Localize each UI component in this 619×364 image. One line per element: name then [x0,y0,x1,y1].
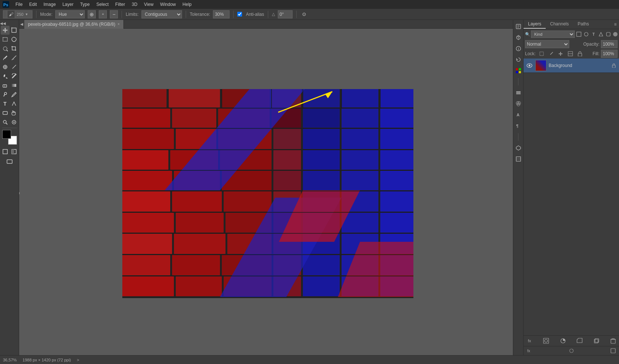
edit-quick-mask[interactable] [10,147,18,156]
quick-select-tool[interactable] [1,44,10,53]
lasso-tool[interactable] [10,35,18,44]
add-mask-button[interactable] [542,337,550,344]
adjustment-filter-icon[interactable] [583,31,590,38]
fill-input[interactable] [601,50,618,58]
canvas-container[interactable] [19,29,513,355]
toolbox-collapse[interactable]: ◀◀ [0,21,4,25]
pen-tool[interactable] [10,90,18,99]
layers-bottom-bar: fx [524,335,619,346]
menu-filter[interactable]: Filter [112,1,128,8]
filter-toggle[interactable] [613,32,618,36]
type-panel-icon[interactable]: A [514,110,523,119]
ruler-tool[interactable] [10,53,18,62]
menu-view[interactable]: View [141,1,157,8]
healing-brush-tool[interactable] [1,63,10,71]
menu-type[interactable]: Type [77,1,92,8]
lock-all[interactable] [576,50,584,57]
tab-layers[interactable]: Layers [524,20,546,29]
layer-visibility-toggle[interactable] [526,62,533,69]
svg-rect-133 [519,71,521,73]
antialias-checkbox[interactable] [237,12,242,17]
lock-transparent-pixels[interactable] [538,50,545,57]
forward-arrow[interactable]: > [77,358,79,362]
info-icon[interactable]: i [514,44,523,53]
canvas-size-icon[interactable] [609,347,617,354]
gradient-tool[interactable] [10,81,18,90]
move-tool[interactable] [1,26,10,35]
lock-artboards[interactable] [567,50,574,57]
menu-help[interactable]: Help [179,1,195,8]
foreground-color-swatch[interactable] [2,130,11,139]
menu-select[interactable]: Select [93,1,111,8]
hand-tool[interactable] [10,109,18,117]
crop-tool[interactable] [10,44,18,53]
spot-heal-tool[interactable] [10,118,18,127]
new-fill-adjustment-button[interactable] [559,337,567,344]
smart-filter-icon[interactable] [605,31,612,38]
menu-edit[interactable]: Edit [26,1,40,8]
channels-icon[interactable] [514,99,523,108]
3d-icon[interactable] [514,144,523,152]
tab-channels[interactable]: Channels [546,20,573,29]
lock-position[interactable] [557,50,564,57]
eyedropper-tool[interactable] [1,53,10,62]
eraser-tool[interactable] [1,81,10,90]
layer-name[interactable]: Background [549,63,609,68]
menu-file[interactable]: File [13,1,25,8]
blend-mode-select[interactable]: Normal Multiply Screen Overlay [525,40,569,48]
menu-window[interactable]: Window [157,1,179,8]
layer-kind-select[interactable]: Kind [531,31,575,38]
delete-layer-button[interactable] [609,337,617,344]
type-tool[interactable]: T [1,99,10,108]
clone-stamp-tool[interactable] [1,72,10,81]
shape-filter-icon[interactable] [598,31,604,38]
dodge-tool[interactable] [1,90,10,99]
properties-icon[interactable] [514,22,523,31]
document-tab[interactable]: pexels-pixabay-68510.jpg @ 36,6% (RGB/8)… [24,20,124,29]
layer-fx-button[interactable]: fx [526,337,533,344]
layer-item-background[interactable]: Background [524,59,619,73]
type-filter-icon[interactable]: T [590,31,597,38]
svg-rect-44 [380,109,413,128]
menu-layer[interactable]: Layer [59,1,76,8]
layers-icon[interactable] [514,88,523,97]
new-layer-button[interactable] [593,337,600,344]
tolerance-input[interactable]: 30% [213,10,230,18]
subtract-color-icon[interactable]: − [110,10,118,18]
add-adjustment-icon[interactable]: fx [526,347,533,354]
panel-menu-icon[interactable]: ≡ [612,20,619,29]
paragraph-icon[interactable]: ¶ [514,121,523,130]
menu-3d[interactable]: 3D [129,1,140,8]
adjustments-icon[interactable] [514,33,523,42]
screen-mode[interactable] [5,157,14,166]
tab-close-button[interactable]: × [118,22,120,26]
menu-image[interactable]: Image [41,1,59,8]
tab-collapse-left[interactable]: ◀ [19,20,24,29]
lock-image-pixels[interactable] [548,50,555,57]
zoom-tool[interactable] [1,118,10,127]
svg-rect-56 [303,150,340,170]
bottom-adjustment2[interactable] [568,347,575,354]
replace-color-icon[interactable]: ⊕ [88,10,96,18]
shape-tool[interactable] [1,109,10,117]
artboard-tool[interactable] [10,26,18,35]
opacity-input[interactable] [601,40,618,48]
svg-text:i: i [518,47,519,51]
tab-paths[interactable]: Paths [573,20,594,29]
limits-select[interactable]: Contiguous Discontiguous Find Edges [141,10,182,18]
add-color-icon[interactable]: + [99,10,107,18]
angle-input[interactable]: 0° [278,10,293,18]
path-select-tool[interactable] [10,99,18,108]
brush-tool[interactable] [10,63,18,71]
tool-preset-picker[interactable]: 🖌 250 ▼ [3,10,32,18]
pixel-filter-icon[interactable] [576,31,582,38]
swatches-icon[interactable] [514,66,523,75]
mode-select[interactable]: Hue Color Saturation Luminosity [55,10,85,18]
history-icon[interactable] [514,55,523,64]
history-brush-tool[interactable] [10,72,18,81]
sample-all-layers-icon[interactable]: ⊙ [300,10,308,18]
rectangular-marquee-tool[interactable] [1,35,10,44]
edit-standard-mode[interactable] [1,147,10,156]
new-guide-icon[interactable] [514,155,523,163]
new-group-button[interactable] [576,337,583,344]
